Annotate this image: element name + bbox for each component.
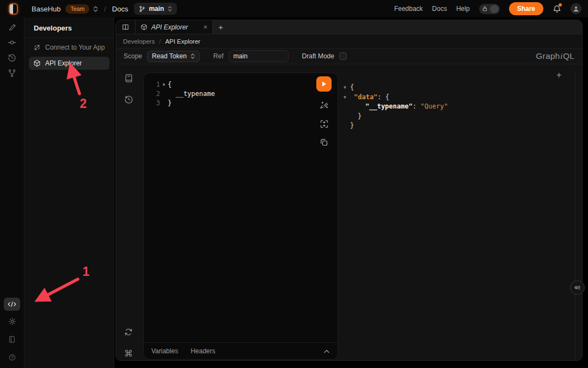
basehub-logo-icon[interactable]	[9, 3, 18, 15]
commit-icon[interactable]	[4, 35, 20, 50]
execute-query-button[interactable]	[316, 76, 332, 92]
sidebar-title: Developers	[24, 17, 114, 38]
api-explorer-panel: API Explorer × + Developers / API Explor…	[115, 20, 583, 361]
visibility-lock-toggle[interactable]	[479, 4, 500, 14]
draft-mode-label: Draft Mode	[302, 52, 334, 60]
cube-icon	[140, 23, 148, 31]
feedback-link[interactable]: Feedback	[394, 5, 423, 13]
tab-variables[interactable]: Variables	[151, 347, 178, 355]
graphiql-workspace: ⌘ 1 ▼ { 2 __typename 3 }	[116, 65, 582, 360]
tab-bar: API Explorer × +	[116, 20, 582, 34]
icon-rail	[0, 17, 24, 368]
path-separator: /	[104, 5, 106, 13]
tab-api-explorer[interactable]: API Explorer ×	[136, 20, 213, 34]
graphiql-logo: GraphiQL	[536, 51, 574, 61]
ref-label: Ref	[213, 52, 224, 60]
notifications-bell-icon[interactable]	[553, 4, 561, 14]
command-icon[interactable]: ⌘	[122, 347, 134, 359]
developers-sidebar: Developers Connect to Your App API Explo…	[24, 17, 114, 368]
team-switcher-chevrons-icon[interactable]	[93, 5, 98, 13]
edit-icon[interactable]	[4, 20, 20, 35]
team-badge[interactable]: Team	[65, 4, 89, 14]
help-icon[interactable]	[4, 349, 20, 365]
merge-fragments-icon[interactable]	[320, 119, 329, 129]
scope-value: Read Token	[152, 52, 187, 60]
history-icon[interactable]	[4, 50, 20, 65]
tab-headers[interactable]: Headers	[191, 347, 215, 355]
help-link[interactable]: Help	[456, 5, 470, 13]
ref-input[interactable]	[229, 50, 289, 62]
query-toolbar: Scope Read Token Ref Draft Mode GraphiQL	[116, 49, 582, 64]
copy-icon[interactable]	[320, 138, 328, 147]
connect-icon	[33, 44, 41, 51]
branch-chevrons-icon	[168, 5, 172, 12]
toggle-knob	[490, 5, 499, 13]
lock-icon	[482, 5, 488, 12]
breadcrumb-separator: /	[159, 38, 161, 45]
add-response-tab-icon[interactable]: +	[556, 71, 561, 80]
sidebar-item-connect-to-your-app[interactable]: Connect to Your App	[29, 41, 109, 54]
avatar[interactable]	[571, 3, 581, 14]
api-explorer-rail-button[interactable]	[4, 298, 20, 311]
sidebar-item-label: API Explorer	[45, 59, 82, 67]
fold-arrow-icon[interactable]: ▼	[160, 80, 168, 89]
share-button[interactable]: Share	[509, 2, 543, 15]
breadcrumb-current: API Explorer	[165, 38, 200, 45]
tab-title: API Explorer	[151, 23, 199, 31]
new-tab-icon[interactable]: +	[218, 23, 223, 31]
breadcrumb: Developers / API Explorer	[116, 34, 582, 49]
docs-link[interactable]: Docs	[432, 5, 447, 13]
prettify-icon[interactable]	[320, 101, 329, 110]
topbar-right: Feedback Docs Help Share	[394, 2, 581, 15]
response-line: ▼ {	[344, 83, 448, 93]
scope-label: Scope	[124, 52, 142, 60]
breadcrumb-parent[interactable]: Developers	[123, 38, 155, 45]
response-line: ▼ "data": {	[344, 93, 448, 102]
collapse-chevron-icon[interactable]	[323, 349, 330, 354]
brand-name: BaseHub	[32, 5, 60, 13]
query-editor[interactable]: 1 ▼ { 2 __typename 3 }	[144, 73, 338, 342]
history-plugin-icon[interactable]	[122, 93, 134, 105]
cube-icon	[33, 59, 41, 67]
response-pane: ▼ { ▼ "data": { "__typename": "Query" } …	[344, 83, 448, 131]
sidebar-item-label: Connect to Your App	[45, 44, 105, 51]
editor-line: 3 }	[150, 99, 338, 108]
sidebar-item-api-explorer[interactable]: API Explorer	[29, 57, 109, 70]
close-tab-icon[interactable]: ×	[203, 23, 207, 31]
fold-arrow-icon[interactable]: ▼	[344, 83, 350, 93]
query-editor-card: 1 ▼ { 2 __typename 3 }	[143, 73, 338, 360]
gear-icon[interactable]	[4, 313, 20, 329]
refresh-icon[interactable]	[122, 326, 134, 338]
draft-mode-checkbox[interactable]	[339, 52, 347, 60]
editor-footer: Variables Headers	[144, 342, 338, 359]
response-line: }	[344, 112, 448, 122]
response-divider	[575, 71, 575, 359]
editor-line: 1 ▼ {	[150, 80, 338, 89]
branch-selector[interactable]: main	[134, 3, 177, 15]
fold-arrow-icon[interactable]: ▼	[344, 93, 350, 102]
response-line: "__typename": "Query"	[344, 102, 448, 112]
book-icon[interactable]	[4, 331, 20, 347]
response-line: }	[344, 121, 448, 131]
query-builder-toggle-button[interactable]	[570, 280, 585, 295]
merge-branches-icon[interactable]	[4, 65, 20, 81]
scope-select[interactable]: Read Token	[147, 51, 200, 62]
notification-dot	[559, 3, 562, 7]
editor-line: 2 __typename	[150, 89, 338, 99]
branch-name: main	[149, 5, 164, 13]
select-chevrons-icon	[191, 53, 195, 59]
topbar: BaseHub Team / Docs main Feedback Docs H…	[0, 0, 588, 17]
branch-icon	[139, 5, 145, 13]
project-name[interactable]: Docs	[112, 5, 128, 13]
docs-plugin-icon[interactable]	[122, 72, 134, 84]
tab-docs-book[interactable]	[116, 20, 136, 34]
